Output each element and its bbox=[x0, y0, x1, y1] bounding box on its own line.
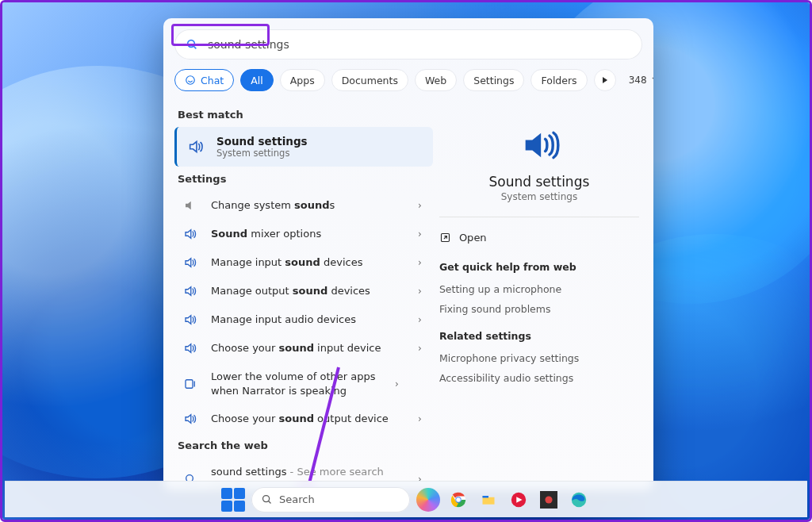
speaker-icon bbox=[179, 341, 201, 355]
tab-chat-label: Chat bbox=[201, 75, 224, 86]
tab-all[interactable]: All bbox=[240, 69, 274, 91]
settings-item-label: Choose your sound input device bbox=[211, 341, 408, 355]
settings-item-label: Choose your sound output device bbox=[211, 412, 408, 426]
quick-help-link[interactable]: Setting up a microphone bbox=[439, 279, 639, 299]
results-left-pane: Best match Sound settings System setting… bbox=[163, 101, 433, 490]
tab-documents[interactable]: Documents bbox=[331, 69, 408, 91]
start-button[interactable] bbox=[221, 488, 245, 512]
chevron-right-icon: › bbox=[418, 286, 425, 297]
detail-subtitle: System settings bbox=[501, 191, 577, 202]
speaker-icon bbox=[179, 412, 201, 426]
speaker-icon bbox=[179, 255, 201, 270]
taskbar-search[interactable]: Search bbox=[251, 487, 410, 512]
search-flyout: Chat All Apps Documents Web Settings Fol… bbox=[163, 18, 653, 490]
settings-item[interactable]: Choose your sound output device› bbox=[174, 405, 433, 433]
svg-point-8 bbox=[263, 496, 270, 502]
settings-item-label: Manage input audio devices bbox=[211, 313, 408, 327]
narrator-icon bbox=[179, 377, 201, 391]
settings-heading: Settings bbox=[174, 167, 433, 191]
svg-line-9 bbox=[269, 501, 271, 504]
svg-point-16 bbox=[545, 496, 552, 503]
tab-web[interactable]: Web bbox=[415, 69, 457, 91]
details-pane: Sound settings System settings Open Get … bbox=[433, 101, 653, 490]
taskbar-app-dark-square[interactable] bbox=[537, 488, 561, 512]
open-icon bbox=[439, 232, 451, 244]
search-bar[interactable] bbox=[174, 29, 642, 59]
speaker-icon bbox=[185, 138, 207, 155]
speaker-icon bbox=[179, 284, 201, 298]
settings-item[interactable]: Lower the volume of other apps when Narr… bbox=[174, 363, 433, 405]
open-action[interactable]: Open bbox=[439, 228, 639, 258]
taskbar-app-chrome[interactable] bbox=[446, 488, 470, 512]
settings-item-label: Manage input sound devices bbox=[211, 255, 408, 270]
settings-item-label: Change system sounds bbox=[211, 198, 408, 213]
taskbar-app-explorer[interactable] bbox=[477, 488, 500, 512]
chevron-right-icon: › bbox=[418, 314, 425, 325]
taskbar-app-copilot[interactable] bbox=[416, 488, 440, 512]
settings-item[interactable]: Manage input sound devices› bbox=[174, 248, 433, 277]
svg-rect-13 bbox=[483, 496, 489, 498]
svg-point-12 bbox=[456, 497, 461, 502]
search-web-heading: Search the web bbox=[174, 433, 433, 458]
quick-help-heading: Get quick help from web bbox=[439, 261, 639, 273]
related-heading: Related settings bbox=[439, 330, 639, 342]
settings-item[interactable]: Manage output sound devices› bbox=[174, 277, 433, 305]
chevron-right-icon: › bbox=[395, 378, 402, 390]
settings-item[interactable]: Change system sounds› bbox=[174, 191, 433, 220]
detail-title: Sound settings bbox=[489, 174, 590, 190]
taskbar-app-red-circle[interactable] bbox=[507, 488, 530, 512]
related-setting-link[interactable]: Accessibility audio settings bbox=[439, 368, 639, 388]
taskbar: Search bbox=[5, 481, 807, 517]
settings-item[interactable]: Sound mixer options› bbox=[174, 220, 433, 248]
tab-apps[interactable]: Apps bbox=[280, 69, 325, 91]
svg-line-1 bbox=[193, 46, 196, 48]
related-setting-link[interactable]: Microphone privacy settings bbox=[439, 348, 639, 368]
open-label: Open bbox=[459, 232, 487, 244]
search-input[interactable] bbox=[206, 37, 309, 52]
chevron-right-icon: › bbox=[418, 413, 425, 424]
best-match-item[interactable]: Sound settings System settings bbox=[174, 127, 433, 167]
search-icon bbox=[261, 493, 273, 505]
taskbar-app-edge[interactable] bbox=[567, 488, 591, 512]
chevron-right-icon: › bbox=[418, 228, 425, 240]
speaker-icon bbox=[179, 227, 201, 241]
taskbar-search-placeholder: Search bbox=[279, 493, 315, 505]
svg-rect-3 bbox=[186, 379, 193, 388]
best-match-heading: Best match bbox=[174, 102, 433, 127]
rewards-points[interactable]: 348 bbox=[629, 75, 653, 86]
speaker-muted-icon bbox=[179, 198, 201, 213]
chevron-right-icon: › bbox=[418, 200, 425, 211]
settings-item[interactable]: Choose your sound input device› bbox=[174, 334, 433, 363]
quick-help-link[interactable]: Fixing sound problems bbox=[439, 299, 639, 319]
filter-tabs: Chat All Apps Documents Web Settings Fol… bbox=[163, 67, 653, 101]
speaker-large-icon bbox=[514, 125, 565, 166]
settings-item-label: Lower the volume of other apps when Narr… bbox=[211, 370, 385, 397]
speaker-icon bbox=[179, 313, 201, 327]
tab-settings[interactable]: Settings bbox=[463, 69, 524, 91]
tab-more[interactable] bbox=[594, 69, 616, 91]
svg-point-0 bbox=[188, 40, 195, 48]
chevron-right-icon: › bbox=[418, 343, 425, 354]
triangle-right-icon bbox=[603, 77, 607, 83]
settings-item[interactable]: Manage input audio devices› bbox=[174, 305, 433, 334]
chevron-right-icon: › bbox=[418, 257, 425, 268]
settings-item-label: Manage output sound devices bbox=[211, 284, 408, 298]
best-match-title: Sound settings bbox=[216, 135, 308, 148]
svg-point-2 bbox=[186, 76, 195, 85]
best-match-subtitle: System settings bbox=[216, 148, 308, 159]
tab-chat[interactable]: Chat bbox=[174, 69, 234, 91]
settings-item-label: Sound mixer options bbox=[211, 227, 408, 241]
search-icon bbox=[186, 38, 198, 51]
tab-folders[interactable]: Folders bbox=[530, 69, 587, 91]
